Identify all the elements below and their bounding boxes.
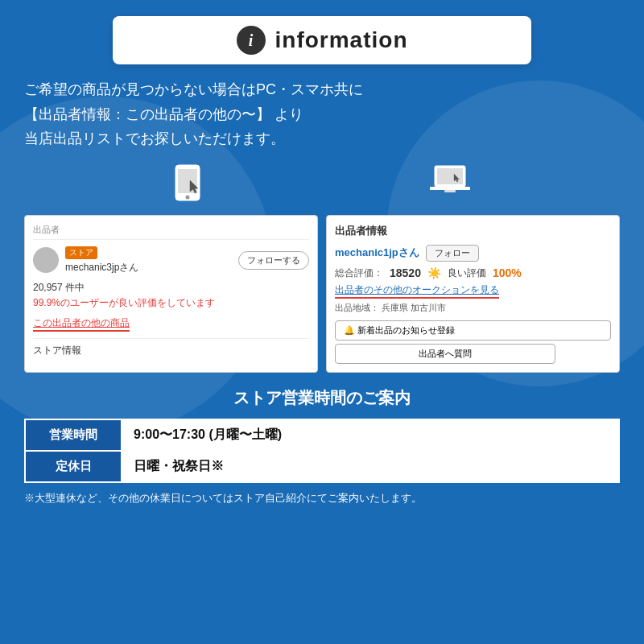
hours-row-1: 営業時間 9:00〜17:30 (月曜〜土曜) [25,419,619,451]
pc-icon [430,164,472,210]
information-header: i information [113,16,531,64]
left-panel-label: 出品者 [33,224,309,240]
hours-table: 営業時間 9:00〜17:30 (月曜〜土曜) 定休日 日曜・祝祭日※ [24,419,620,483]
stats-text: 20,957 件中 [33,281,309,295]
store-info-text[interactable]: ストア情報 [33,338,309,357]
business-title: ストア営業時間のご案内 [24,387,620,409]
follow-button-right[interactable]: フォロー [426,245,479,262]
seller-row-left: ストア mechanic3jpさん フォローする [33,246,309,275]
header-title: information [275,27,408,53]
right-panel: 出品者情報 mechanic1jpさん フォロー 総合評価： 18520 ☀️ … [326,215,620,373]
svg-point-2 [186,195,190,199]
left-panel: 出品者 ストア mechanic3jpさん フォローする 20,957 件中 9… [24,215,318,373]
right-panel-header: 出品者情報 [335,224,611,238]
svg-rect-6 [430,187,470,190]
panels-row: 出品者 ストア mechanic3jpさん フォローする 20,957 件中 9… [24,215,620,373]
hours-value-1: 9:00〜17:30 (月曜〜土曜) [122,419,619,451]
business-section: ストア営業時間のご案内 営業時間 9:00〜17:30 (月曜〜土曜) 定休日 … [24,387,620,506]
main-text-line2: 【出品者情報：この出品者の他の〜】 より [24,102,620,127]
footer-note: ※大型連休など、その他の休業日についてはストア自己紹介にてご案内いたします。 [24,491,620,506]
rating-text-left: 99.9%のユーザーが良い評価をしています [33,296,309,310]
hours-label-2: 定休日 [25,451,122,482]
good-label: 良い評価 [448,266,486,280]
store-badge: ストア [65,246,97,259]
main-description: ご希望の商品が見つからない場合はPC・スマホ共に 【出品者情報：この出品者の他の… [24,77,620,151]
main-text-line3: 当店出品リストでお探しいただけます。 [24,126,620,151]
rating-row-right: 総合評価： 18520 ☀️ 良い評価 100% [335,266,611,280]
other-items-link[interactable]: この出品者の他の商品 [33,316,130,332]
main-text-line1: ご希望の商品が見つからない場合はPC・スマホ共に [24,77,620,102]
hours-label-1: 営業時間 [25,419,122,451]
hours-row-2: 定休日 日曜・祝祭日※ [25,451,619,482]
svg-rect-5 [437,168,463,184]
follow-button-left[interactable]: フォローする [238,251,309,270]
info-icon: i [237,26,266,55]
seller-name-row-right: mechanic1jpさん フォロー [335,245,611,262]
seller-name-left: mechanic3jpさん [65,261,138,275]
svg-rect-7 [444,190,456,192]
seller-name-right: mechanic1jpさん [335,246,419,260]
seller-info-left: ストア mechanic3jpさん [65,246,138,275]
good-pct: 100% [493,266,522,279]
sun-icon: ☀️ [427,266,441,279]
auction-link-right[interactable]: 出品者のその他のオークションを見る [335,283,499,299]
rating-num: 18520 [390,266,421,279]
question-button[interactable]: 出品者へ質問 [335,344,555,364]
device-icons-row [16,164,628,210]
main-container: i information ご希望の商品が見つからない場合はPC・スマホ共に 【… [0,0,644,514]
avatar-left [33,247,59,273]
notify-button[interactable]: 🔔 新着出品のお知らせ登録 [335,320,611,341]
hours-value-2: 日曜・祝祭日※ [122,451,619,482]
phone-icon [172,164,204,210]
rating-label-right: 総合評価： [335,266,383,280]
location-text: 出品地域： 兵庫県 加古川市 [335,302,611,314]
